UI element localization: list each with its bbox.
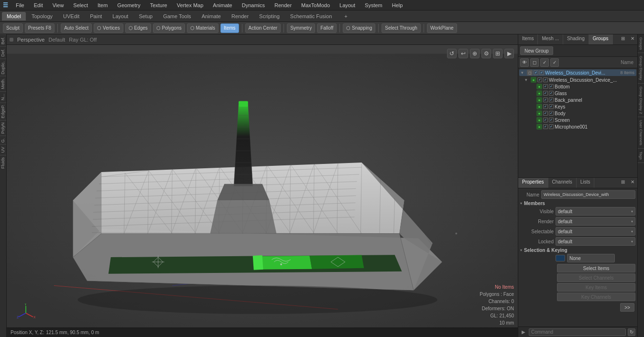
color-swatch[interactable]: [556, 255, 565, 261]
rt-tab-mesh-...[interactable]: Mesh ...: [538, 34, 563, 44]
tree-vis-icon[interactable]: ●: [536, 84, 542, 89]
snapping-btn[interactable]: ⬡ Snapping: [343, 23, 375, 33]
tree-check-render[interactable]: ✓: [543, 77, 548, 82]
command-arrow[interactable]: ▶: [520, 329, 527, 336]
reset-ctrl[interactable]: ↩: [458, 49, 468, 58]
zoom-ctrl[interactable]: ⊕: [470, 49, 480, 58]
fr-tab-tags[interactable]: Tags: [638, 149, 644, 163]
tree-check-vis[interactable]: ✓: [543, 124, 548, 129]
polygons-btn[interactable]: ⬡ Polygons: [153, 23, 185, 33]
group-vis-icon[interactable]: ◻: [527, 70, 533, 76]
rt-tab-groups[interactable]: Groups: [589, 34, 613, 44]
menu-item-item[interactable]: Item: [96, 1, 109, 9]
menu-item-dynamics[interactable]: Dynamics: [240, 1, 267, 9]
tree-check-render[interactable]: ✓: [549, 104, 554, 109]
tab-render[interactable]: Render: [227, 12, 253, 21]
viewport-canvas[interactable]: ↺ ↩ ⊕ ⚙ ⊞ ▶ No Items Polygons : Face Cha…: [7, 45, 518, 337]
select-items-btn[interactable]: Select Items: [557, 264, 635, 272]
locked-select[interactable]: default ▾: [556, 237, 635, 246]
tree-check-vis[interactable]: ✓: [543, 104, 548, 109]
tab-uvedit[interactable]: UVEdit: [58, 12, 84, 21]
menu-item-view[interactable]: View: [51, 1, 66, 9]
menu-item-animate[interactable]: Animate: [211, 1, 234, 9]
select-through-btn[interactable]: Select Through: [382, 23, 421, 33]
action-center-btn[interactable]: Action Center: [245, 23, 281, 33]
tab-model[interactable]: Model: [2, 12, 26, 21]
left-tab-meth.[interactable]: Meth.: [0, 76, 6, 91]
tree-check-vis[interactable]: ✓: [543, 91, 548, 96]
command-refresh-btn[interactable]: ↻: [628, 328, 635, 336]
tree-vis-icon[interactable]: ●: [536, 90, 542, 96]
fr-tab-user-channels[interactable]: User Channels: [638, 117, 644, 149]
tree-check-render[interactable]: ✓: [549, 84, 554, 89]
tree-check-vis[interactable]: ✓: [543, 84, 548, 89]
tab-schematic-fusion[interactable]: Schematic Fusion: [285, 12, 337, 21]
check-col-btn[interactable]: ✓: [550, 58, 559, 67]
left-tab-uv[interactable]: UV: [0, 144, 6, 155]
left-tab-bef.[interactable]: Bef.: [0, 34, 6, 46]
materials-btn[interactable]: ⬡ Materials: [187, 23, 218, 33]
tree-check-vis[interactable]: ✓: [537, 77, 542, 82]
select-channels-btn[interactable]: Select Channels: [557, 273, 635, 282]
left-tab-polyn[interactable]: PolyN: [0, 120, 6, 136]
tab-scripting[interactable]: Scripting: [254, 12, 284, 21]
menu-item-help[interactable]: Help: [390, 1, 405, 9]
tree-check-vis[interactable]: ✓: [543, 98, 548, 102]
left-tab-g.[interactable]: G.: [0, 136, 6, 145]
left-tab-n...[interactable]: N...: [0, 91, 6, 102]
new-group-button[interactable]: New Group: [520, 46, 553, 55]
rb-tab-channels[interactable]: Channels: [548, 178, 577, 188]
workplane-btn[interactable]: WorkPlane: [427, 23, 457, 33]
selectable-select[interactable]: default ▾: [556, 227, 635, 236]
tab-add-button[interactable]: +: [339, 12, 352, 21]
visible-select[interactable]: default ▾: [556, 207, 635, 216]
menu-item-file[interactable]: File: [14, 1, 26, 9]
key-items-btn[interactable]: Key Items: [557, 283, 635, 292]
fr-tab-group-display-2[interactable]: Group Display 2: [638, 84, 644, 117]
tree-vis-icon[interactable]: ●: [536, 117, 542, 123]
menu-item-vertex map[interactable]: Vertex Map: [175, 1, 206, 9]
tree-vis-icon[interactable]: ●: [536, 97, 542, 103]
tree-check-render[interactable]: ✓: [549, 118, 554, 122]
symmetry-btn[interactable]: Symmetry: [287, 23, 315, 33]
group-check2[interactable]: ✓: [539, 70, 544, 75]
tab-paint[interactable]: Paint: [85, 12, 107, 21]
tree-item[interactable]: ●✓✓Keys: [519, 103, 636, 110]
menu-item-maxtomodo[interactable]: MaxToModo: [299, 1, 332, 9]
play-ctrl[interactable]: ▶: [504, 49, 514, 58]
group-root-item[interactable]: ▾ ◻ ✓ ✓ Wireless_Discussion_Devi... 8 It…: [519, 69, 636, 76]
tree-item[interactable]: ●✓✓Glass: [519, 90, 636, 97]
rb-tab-properties[interactable]: Properties: [518, 178, 548, 188]
tab-animate[interactable]: Animate: [197, 12, 226, 21]
tree-item[interactable]: ●✓✓Body: [519, 110, 636, 117]
tree-item[interactable]: ▾●✓✓Wireless_Discussion_Device_...: [519, 76, 636, 83]
items-btn[interactable]: Items: [220, 23, 239, 33]
fr-tab-groups[interactable]: Groups: [638, 34, 644, 53]
rt-tab-items[interactable]: Items: [518, 34, 538, 44]
name-prop-value[interactable]: Wireless_Discussion_Device_with: [541, 190, 635, 199]
left-tab-edgep.[interactable]: EdgeP.: [0, 102, 6, 120]
left-tab-def.[interactable]: Def.: [0, 46, 6, 59]
tab-setup[interactable]: Setup: [134, 12, 157, 21]
rt-close-btn[interactable]: ✕: [628, 34, 637, 44]
tree-check-render[interactable]: ✓: [549, 91, 554, 96]
left-tab-fluids[interactable]: Fluids: [0, 155, 6, 171]
rb-expand-btn[interactable]: ⊞: [618, 178, 628, 188]
render-select[interactable]: default ▾: [556, 217, 635, 226]
rotate-ctrl[interactable]: ↺: [447, 49, 457, 58]
menu-item-layout[interactable]: Layout: [338, 1, 357, 9]
left-tab-duplic.[interactable]: Duplic.: [0, 59, 6, 76]
more-btn[interactable]: >>: [620, 303, 634, 312]
tab-layout[interactable]: Layout: [108, 12, 133, 21]
falloff-btn[interactable]: Falloff: [317, 23, 337, 33]
rb-close-btn[interactable]: ✕: [628, 178, 637, 188]
tree-item[interactable]: ●✓✓Bottom: [519, 83, 636, 90]
tree-item[interactable]: ●✓✓Microphone001: [519, 123, 636, 130]
tree-vis-icon[interactable]: ●: [531, 77, 536, 83]
menu-item-render[interactable]: Render: [273, 1, 294, 9]
menu-item-select[interactable]: Select: [71, 1, 90, 9]
tree-vis-icon[interactable]: ●: [536, 124, 542, 130]
tree-check-render[interactable]: ✓: [549, 111, 554, 116]
fr-tab-group-display[interactable]: Group Display: [638, 53, 644, 84]
tab-topology[interactable]: Topology: [27, 12, 57, 21]
